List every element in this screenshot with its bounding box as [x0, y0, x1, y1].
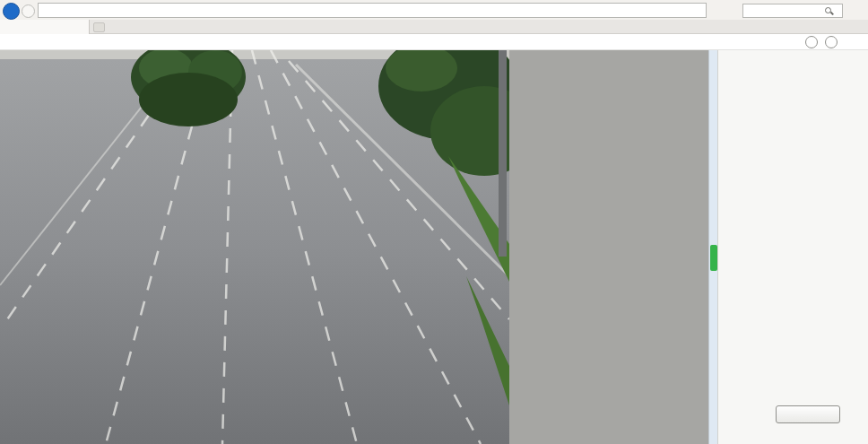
address-bar[interactable]: [38, 3, 707, 18]
radar-calibrate-button[interactable]: [776, 405, 840, 423]
app-nav-bar: [0, 34, 868, 50]
radar-parameter-panel: [717, 50, 868, 444]
radar-grid: [509, 50, 708, 444]
browser-tab[interactable]: [0, 20, 90, 34]
browser-url-bar: [0, 0, 868, 20]
video-viewport: [0, 50, 509, 444]
help-icon[interactable]: [825, 36, 838, 48]
logout-icon[interactable]: [805, 36, 818, 48]
status-row: [731, 53, 742, 65]
forward-icon[interactable]: [22, 4, 35, 18]
app-window: [0, 0, 868, 444]
radar-track-panel: [509, 50, 708, 444]
back-icon[interactable]: [3, 3, 20, 20]
traffic-scene: [0, 50, 509, 444]
search-input[interactable]: [745, 5, 820, 16]
search-icon[interactable]: [825, 7, 831, 13]
search-box[interactable]: [742, 4, 843, 18]
panel-scrollbar[interactable]: [708, 50, 717, 444]
new-tab-button[interactable]: [93, 22, 105, 32]
browser-tab-strip: [0, 20, 868, 34]
scrollbar-thumb[interactable]: [710, 245, 717, 271]
main-content: [0, 50, 868, 444]
